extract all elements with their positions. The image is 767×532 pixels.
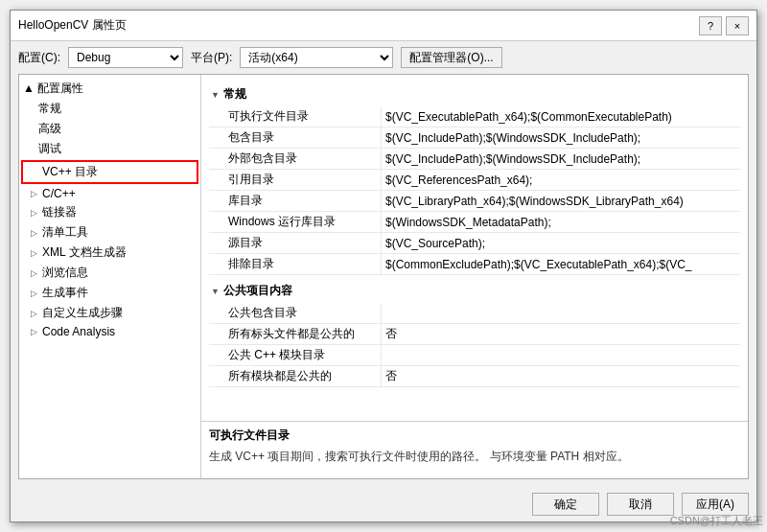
prop-name-wbbhml: 外部包含目录: [209, 149, 382, 169]
prop-row-yclkml[interactable]: Windows 运行库目录 $(WindowsSDK_MetadataPath)…: [209, 212, 740, 233]
help-button[interactable]: ?: [699, 16, 722, 35]
codeanalysis-label: Code Analysis: [42, 325, 115, 338]
lianjieqi-label: 链接器: [42, 204, 77, 220]
root-label: ▲ 配置属性: [23, 81, 83, 97]
liulan-label: 浏览信息: [42, 265, 88, 281]
shengcheng-expand-icon: ▷: [27, 287, 40, 300]
tree-item-tiaoshi[interactable]: 调试: [19, 139, 200, 159]
prop-value-kzxwjml: $(VC_ExecutablePath_x64);$(CommonExecuta…: [382, 106, 740, 127]
platform-label: 平台(P):: [191, 50, 232, 66]
changui-chevron-icon: ▼: [211, 90, 220, 100]
prop-name-mkgong: 所有模块都是公共的: [209, 366, 382, 386]
right-panel: ▼ 常规 可执行文件目录 $(VC_ExecutablePath_x64);$(…: [201, 75, 748, 478]
platform-select[interactable]: 活动(x64): [240, 47, 393, 68]
prop-name-kml: 库目录: [209, 191, 382, 211]
tree-root[interactable]: ▲ 配置属性: [19, 79, 200, 99]
ok-button[interactable]: 确定: [532, 493, 599, 516]
prop-value-mkgong: 否: [382, 366, 740, 386]
prop-row-pcml[interactable]: 排除目录 $(CommonExcludePath);$(VC_Executabl…: [209, 254, 740, 275]
config-label: 配置(C):: [18, 50, 60, 66]
prop-row-mkgong[interactable]: 所有模块都是公共的 否: [209, 366, 740, 387]
changui-label: 常规: [38, 101, 61, 117]
tree-item-gaoji[interactable]: 高级: [19, 119, 200, 139]
watermark: CSDN@打工人老王: [670, 514, 763, 528]
vcpp-label: VC++ 目录: [42, 164, 98, 180]
prop-value-yclkml: $(WindowsSDK_MetadataPath);: [382, 212, 740, 232]
prop-value-bhml: $(VC_IncludePath);$(WindowsSDK_IncludePa…: [382, 127, 740, 148]
section-changui-header[interactable]: ▼ 常规: [209, 82, 740, 106]
section-gonggong-label: 公共项目内容: [223, 283, 292, 299]
prop-name-cppml: 公共 C++ 模块目录: [209, 345, 382, 365]
prop-name-kzxwjml: 可执行文件目录: [209, 106, 382, 127]
tree-item-changui[interactable]: 常规: [19, 99, 200, 119]
zidingyi-expand-icon: ▷: [27, 307, 40, 320]
gonggong-chevron-icon: ▼: [211, 287, 220, 296]
zidingyi-label: 自定义生成步骤: [42, 305, 123, 321]
properties-table: ▼ 常规 可执行文件目录 $(VC_ExecutablePath_x64);$(…: [201, 75, 748, 421]
xml-label: XML 文档生成器: [42, 244, 127, 261]
prop-value-pcml: $(CommonExcludePath);$(VC_ExecutablePath…: [382, 254, 740, 274]
shengcheng-label: 生成事件: [42, 285, 88, 301]
title-bar: HelloOpenCV 属性页 ? ×: [11, 11, 756, 41]
tree-item-lianjieqi[interactable]: ▷ 链接器: [19, 202, 200, 222]
qingdan-label: 清单工具: [42, 224, 88, 241]
prop-value-ywml: $(VC_SourcePath);: [382, 233, 740, 253]
tree-item-vcpp[interactable]: VC++ 目录: [21, 160, 198, 184]
cancel-button[interactable]: 取消: [607, 493, 674, 516]
left-panel: ▲ 配置属性 常规 高级 调试 VC++ 目录 ▷ C/C++ ▷: [19, 75, 201, 478]
config-select[interactable]: Debug: [68, 47, 183, 68]
prop-value-wbbhml: $(VC_IncludePath);$(WindowsSDK_IncludePa…: [382, 149, 740, 169]
lianjieqi-expand-icon: ▷: [27, 206, 40, 220]
tree-item-shengcheng[interactable]: ▷ 生成事件: [19, 283, 200, 303]
tree-item-cpp[interactable]: ▷ C/C++: [19, 185, 200, 202]
config-manager-button[interactable]: 配置管理器(O)...: [401, 47, 501, 68]
description-text: 生成 VC++ 项目期间，搜索可执行文件时使用的路径。 与环境变量 PATH 相…: [209, 448, 740, 465]
prop-row-kzxwjml[interactable]: 可执行文件目录 $(VC_ExecutablePath_x64);$(Commo…: [209, 106, 740, 127]
xml-expand-icon: ▷: [27, 246, 40, 260]
tree-item-xml[interactable]: ▷ XML 文档生成器: [19, 243, 200, 263]
prop-value-yyml: $(VC_ReferencesPath_x64);: [382, 170, 740, 190]
prop-name-yclkml: Windows 运行库目录: [209, 212, 382, 232]
dialog: HelloOpenCV 属性页 ? × 配置(C): Debug 平台(P): …: [10, 10, 757, 522]
prop-name-bhml: 包含目录: [209, 127, 382, 148]
cpp-expand-icon: ▷: [27, 187, 40, 200]
prop-name-bttsgong: 所有标头文件都是公共的: [209, 324, 382, 344]
liulan-expand-icon: ▷: [27, 266, 40, 280]
tree-item-liulan[interactable]: ▷ 浏览信息: [19, 263, 200, 283]
apply-button[interactable]: 应用(A): [682, 493, 749, 516]
bottom-bar: 确定 取消 应用(A): [11, 487, 756, 521]
prop-row-bttsgong[interactable]: 所有标头文件都是公共的 否: [209, 324, 740, 345]
prop-row-ggbhml[interactable]: 公共包含目录: [209, 303, 740, 324]
toolbar: 配置(C): Debug 平台(P): 活动(x64) 配置管理器(O)...: [11, 41, 756, 74]
close-button[interactable]: ×: [726, 16, 749, 35]
section-changui-label: 常规: [223, 86, 246, 103]
prop-name-yyml: 引用目录: [209, 170, 382, 190]
cpp-label: C/C++: [42, 187, 76, 200]
prop-row-kml[interactable]: 库目录 $(VC_LibraryPath_x64);$(WindowsSDK_L…: [209, 191, 740, 212]
prop-value-ggbhml: [382, 303, 740, 323]
prop-row-yyml[interactable]: 引用目录 $(VC_ReferencesPath_x64);: [209, 170, 740, 191]
title-bar-buttons: ? ×: [699, 16, 749, 35]
prop-value-cppml: [382, 345, 740, 365]
prop-row-bhml[interactable]: 包含目录 $(VC_IncludePath);$(WindowsSDK_Incl…: [209, 127, 740, 149]
prop-name-pcml: 排除目录: [209, 254, 382, 274]
description-panel: 可执行文件目录 生成 VC++ 项目期间，搜索可执行文件时使用的路径。 与环境变…: [201, 421, 748, 478]
prop-row-wbbhml[interactable]: 外部包含目录 $(VC_IncludePath);$(WindowsSDK_In…: [209, 149, 740, 170]
tree-item-codeanalysis[interactable]: ▷ Code Analysis: [19, 323, 200, 340]
prop-value-bttsgong: 否: [382, 324, 740, 344]
prop-name-ggbhml: 公共包含目录: [209, 303, 382, 323]
gaoji-label: 高级: [38, 121, 61, 137]
prop-row-cppml[interactable]: 公共 C++ 模块目录: [209, 345, 740, 366]
prop-value-kml: $(VC_LibraryPath_x64);$(WindowsSDK_Libra…: [382, 191, 740, 211]
section-gonggong-header[interactable]: ▼ 公共项目内容: [209, 279, 740, 303]
dialog-title: HelloOpenCV 属性页: [18, 17, 127, 34]
tree-item-zidingyi[interactable]: ▷ 自定义生成步骤: [19, 303, 200, 323]
tiaoshi-label: 调试: [38, 141, 61, 157]
prop-name-ywml: 源目录: [209, 233, 382, 253]
prop-row-ywml[interactable]: 源目录 $(VC_SourcePath);: [209, 233, 740, 254]
qingdan-expand-icon: ▷: [27, 226, 40, 240]
main-content: ▲ 配置属性 常规 高级 调试 VC++ 目录 ▷ C/C++ ▷: [18, 74, 749, 479]
tree-item-qingdan[interactable]: ▷ 清单工具: [19, 222, 200, 243]
description-title: 可执行文件目录: [209, 428, 740, 444]
codeanalysis-expand-icon: ▷: [27, 325, 40, 338]
